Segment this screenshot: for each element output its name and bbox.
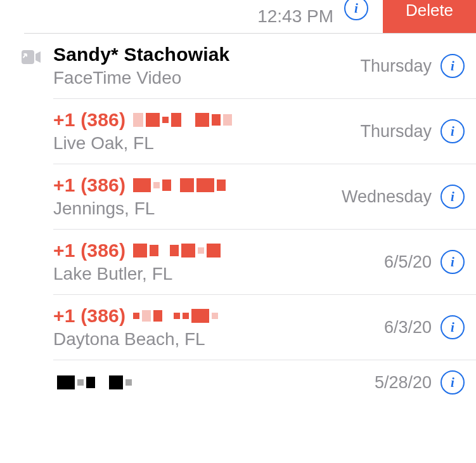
row-right: 5/28/20 i	[375, 370, 476, 395]
outgoing-video-icon	[22, 50, 41, 64]
call-date: Wednesday	[342, 187, 432, 207]
call-row[interactable]: +1 (386) Lake Butler, FL 6/5/20 i	[53, 230, 476, 295]
info-icon[interactable]: i	[441, 315, 465, 339]
redacted-number-icon	[133, 178, 226, 192]
call-row[interactable]: +1 (386) Jennings, FL Wednesday i	[53, 164, 476, 230]
call-subtitle: Daytona Beach, FL	[53, 329, 384, 349]
caller-name: Sandy* Stachowiak	[53, 44, 360, 65]
call-date: 6/3/20	[384, 318, 432, 337]
row-main: +1 (386) Daytona Beach, FL	[53, 305, 384, 349]
row-main	[53, 375, 375, 389]
info-icon[interactable]: i	[441, 250, 465, 274]
call-row[interactable]: 5/28/20 i	[53, 360, 476, 405]
call-subtitle: Lake Butler, FL	[53, 264, 384, 284]
delete-label: Delete	[406, 1, 453, 20]
redacted-number-icon	[133, 113, 232, 127]
info-icon[interactable]: i	[344, 0, 368, 20]
row-main: +1 (386) Live Oak, FL	[53, 109, 360, 153]
redacted-number-icon	[133, 244, 221, 258]
caller-number: +1 (386)	[53, 305, 384, 327]
delete-button[interactable]: Delete	[383, 0, 476, 33]
call-subtitle: FaceTime Video	[53, 68, 360, 88]
call-date: Thursday	[360, 122, 432, 141]
call-subtitle: Jennings, FL	[53, 199, 342, 219]
row-right: Wednesday i	[342, 185, 476, 209]
info-icon[interactable]: i	[441, 54, 465, 78]
recents-list: Sandy* Stachowiak FaceTime Video Thursda…	[0, 34, 476, 405]
row-right: Thursday i	[360, 119, 476, 143]
caller-number: +1 (386)	[53, 240, 384, 261]
row-right: 6/3/20 i	[384, 315, 476, 339]
call-date: 6/5/20	[384, 252, 432, 272]
top-swiped-row: own 12:43 PM i Delete	[0, 0, 476, 33]
call-subtitle: Live Oak, FL	[53, 133, 360, 153]
call-row[interactable]: Sandy* Stachowiak FaceTime Video Thursda…	[53, 34, 476, 99]
call-row[interactable]: +1 (386) Live Oak, FL Thursday i	[53, 99, 476, 164]
caller-name	[53, 375, 375, 389]
redacted-name-icon	[57, 375, 132, 389]
caller-number: +1 (386)	[53, 174, 342, 196]
info-icon[interactable]: i	[441, 370, 465, 395]
call-date: Thursday	[360, 56, 432, 76]
info-icon[interactable]: i	[441, 119, 465, 143]
caller-number: +1 (386)	[53, 109, 360, 131]
top-time: 12:43 PM	[257, 6, 333, 27]
row-right: Thursday i	[360, 54, 476, 78]
info-icon[interactable]: i	[441, 185, 465, 209]
row-main: +1 (386) Jennings, FL	[53, 174, 342, 219]
redacted-number-icon	[133, 309, 218, 323]
row-right: 6/5/20 i	[384, 250, 476, 274]
call-row[interactable]: +1 (386) Daytona Beach, FL 6/3/20 i	[53, 295, 476, 360]
call-date: 5/28/20	[375, 373, 432, 393]
row-main: Sandy* Stachowiak FaceTime Video	[53, 44, 360, 88]
row-main: +1 (386) Lake Butler, FL	[53, 240, 384, 284]
